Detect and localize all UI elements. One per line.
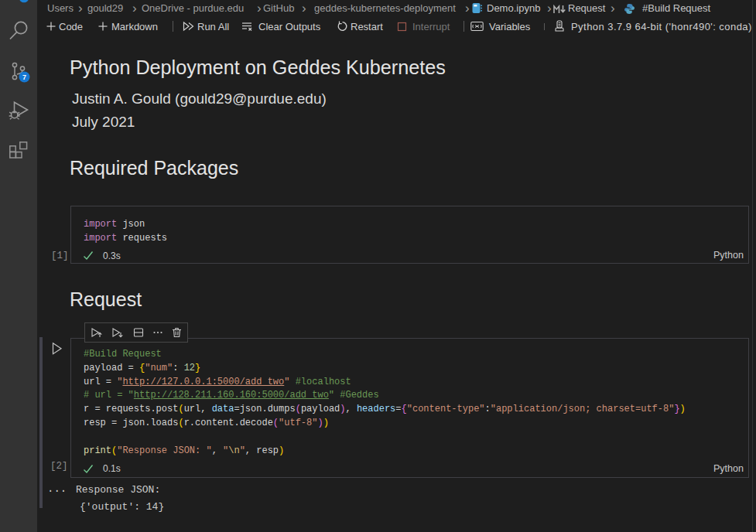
svg-text:7: 7 [22, 73, 26, 81]
